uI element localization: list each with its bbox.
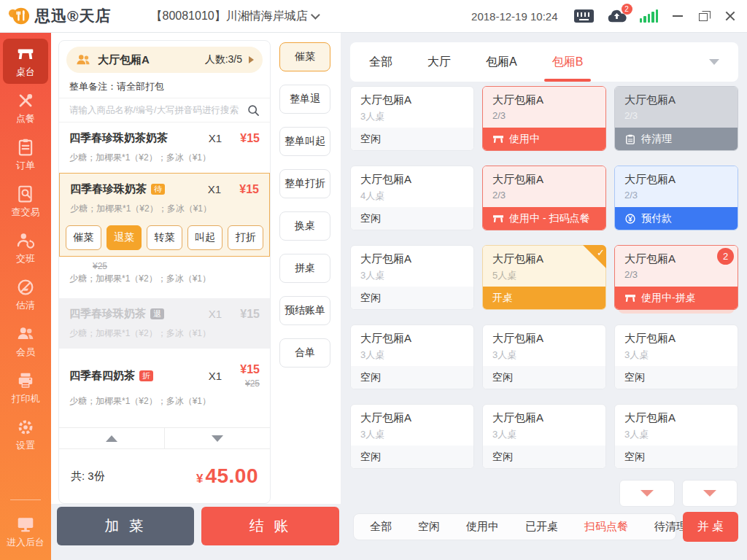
table-card[interactable]: 大厅包厢A 3人桌 空闲 bbox=[350, 86, 474, 151]
sidebar-nav: 桌台 点餐 订单 查交易 交班 估清 会员 打印机 设置 进入后台 bbox=[0, 33, 51, 560]
filter-扫码点餐[interactable]: 扫码点餐 bbox=[584, 520, 628, 534]
sidebar-item-shift[interactable]: 交班 bbox=[3, 225, 48, 271]
table-card[interactable]: 大厅包厢A 3人桌 空闲 bbox=[482, 324, 606, 389]
area-tabs: 全部大厅包厢A包厢B bbox=[350, 42, 738, 82]
item-modifiers: 少糖；加椰果*1（¥2）；多冰（¥1） bbox=[69, 152, 260, 164]
table-card[interactable]: 大厅包厢A 4人桌 空闲 bbox=[350, 166, 474, 230]
order-item[interactable]: 四季春珍珠奶茶 退 X1 ¥15 少糖；加椰果*1（¥2）；多冰（¥1） bbox=[59, 298, 270, 349]
order-action-换桌[interactable]: 换桌 bbox=[279, 211, 330, 241]
table-card[interactable]: 大厅包厢A 2/3 待清理 bbox=[614, 86, 738, 151]
item-action-催菜[interactable]: 催菜 bbox=[66, 225, 101, 250]
tab-大厅[interactable]: 大厅 bbox=[427, 42, 451, 82]
brand-cloud-icon bbox=[7, 5, 31, 27]
sidebar-item-transactions[interactable]: 查交易 bbox=[3, 179, 48, 224]
merge-table-button[interactable]: 并 桌 bbox=[683, 512, 738, 542]
printer-icon bbox=[16, 371, 35, 390]
minimize-button[interactable] bbox=[671, 9, 684, 23]
table-card[interactable]: 大厅包厢A 2/3 预付款 bbox=[614, 166, 738, 230]
tab-包厢A[interactable]: 包厢A bbox=[486, 42, 517, 82]
add-dish-button[interactable]: 加 菜 bbox=[57, 507, 194, 545]
restore-button[interactable] bbox=[697, 9, 711, 23]
table-icon bbox=[16, 44, 35, 63]
page-down-button[interactable] bbox=[165, 428, 270, 448]
search-input[interactable] bbox=[69, 105, 247, 115]
table-card-title: 大厅包厢A bbox=[492, 173, 596, 187]
order-action-整单叫起[interactable]: 整单叫起 bbox=[279, 127, 330, 156]
table-card[interactable]: 大厅包厢A 5人桌 开桌 ✓ bbox=[482, 245, 606, 310]
search-bar bbox=[59, 98, 270, 122]
table-card-status-bar: 使用中 - 扫码点餐 bbox=[483, 207, 605, 230]
item-action-叫起[interactable]: 叫起 bbox=[187, 225, 223, 250]
table-card[interactable]: 大厅包厢A 3人桌 空闲 bbox=[350, 245, 474, 310]
sidebar-item-backend[interactable]: 进入后台 bbox=[3, 509, 48, 554]
filter-已开桌[interactable]: 已开桌 bbox=[525, 520, 558, 534]
sidebar-item-settings[interactable]: 设置 bbox=[3, 412, 48, 457]
table-card[interactable]: 大厅包厢A 2/3 使用中-拼桌 2 bbox=[614, 245, 738, 310]
sidebar-item-members[interactable]: 会员 bbox=[3, 319, 48, 364]
sidebar-item-label: 桌台 bbox=[16, 66, 35, 79]
grid-page-down-right-button[interactable] bbox=[682, 480, 738, 507]
order-action-合单[interactable]: 合单 bbox=[279, 338, 330, 368]
grid-page-down-left-button[interactable] bbox=[619, 480, 675, 507]
filter-空闲[interactable]: 空闲 bbox=[418, 520, 440, 534]
sidebar-item-tables[interactable]: 桌台 bbox=[3, 39, 48, 84]
table-card[interactable]: 大厅包厢A 3人桌 空闲 bbox=[350, 404, 474, 469]
filter-全部[interactable]: 全部 bbox=[370, 520, 392, 534]
table-card-status-bar: 开桌 bbox=[483, 287, 605, 309]
table-card[interactable]: 大厅包厢A 3人桌 空闲 bbox=[482, 404, 606, 469]
order-list-pager bbox=[59, 427, 270, 449]
table-card-status: 空闲 bbox=[360, 212, 381, 225]
table-card-capacity: 4人桌 bbox=[360, 190, 464, 203]
triangle-down-icon bbox=[703, 490, 716, 497]
item-action-退菜[interactable]: 退菜 bbox=[107, 225, 142, 250]
order-item[interactable]: 四季春四奶茶 折 X1 ¥15 ¥25 少糖；加椰果*1（¥2）；多冰（¥1） bbox=[59, 354, 270, 416]
table-card[interactable]: 大厅包厢A 2/3 使用中 bbox=[482, 86, 606, 151]
table-card-title: 大厅包厢A bbox=[360, 93, 464, 107]
filter-使用中[interactable]: 使用中 bbox=[466, 520, 499, 534]
members-icon bbox=[16, 324, 35, 343]
people-icon bbox=[75, 53, 91, 66]
clipboard-icon bbox=[16, 138, 35, 157]
order-action-拼桌[interactable]: 拼桌 bbox=[279, 254, 330, 283]
page-up-button[interactable] bbox=[59, 428, 165, 448]
table-card-capacity: 3人桌 bbox=[360, 349, 464, 362]
cloud-sync[interactable]: 2 bbox=[607, 9, 627, 23]
close-button[interactable] bbox=[724, 9, 737, 23]
sidebar-item-orders[interactable]: 订单 bbox=[3, 132, 48, 177]
table-card-title: 大厅包厢A bbox=[624, 411, 728, 425]
order-item[interactable]: ¥25 少糖；加椰果*1（¥2）；多冰（¥1） bbox=[59, 257, 270, 292]
order-item[interactable]: 四季春珍珠奶茶 待 X1 ¥15 少糖；加椰果*1（¥2）；多冰（¥1） bbox=[59, 173, 270, 224]
tab-包厢B[interactable]: 包厢B bbox=[552, 42, 584, 82]
order-action-整单退[interactable]: 整单退 bbox=[279, 85, 330, 114]
table-card[interactable]: 大厅包厢A 2/3 使用中 - 扫码点餐 bbox=[482, 166, 606, 230]
order-item[interactable]: 四季春珍珠奶茶奶茶 X1 ¥15 少糖；加椰果*1（¥2）；多冰（¥1） bbox=[59, 122, 270, 173]
order-remark[interactable]: 整单备注：请全部打包 bbox=[59, 76, 270, 98]
sidebar-item-soldout[interactable]: 估清 bbox=[3, 272, 48, 317]
table-card-title: 大厅包厢A bbox=[360, 252, 464, 266]
order-action-整单打折[interactable]: 整单打折 bbox=[279, 169, 330, 198]
notification-badge: 2 bbox=[717, 248, 734, 265]
item-action-打折[interactable]: 打折 bbox=[228, 225, 263, 250]
item-name: 四季春珍珠奶茶奶茶 bbox=[69, 131, 168, 145]
datetime: 2018-12-19 10:24 bbox=[471, 10, 557, 23]
search-icon[interactable] bbox=[247, 104, 260, 117]
table-card[interactable]: 大厅包厢A 3人桌 空闲 bbox=[614, 404, 738, 469]
keyboard-icon[interactable] bbox=[574, 9, 594, 23]
sidebar-item-order[interactable]: 点餐 bbox=[3, 85, 48, 131]
table-card-status: 使用中 bbox=[509, 133, 540, 146]
tabs-dropdown-icon[interactable] bbox=[709, 59, 719, 65]
table-card-status-bar: 空闲 bbox=[351, 287, 473, 309]
order-action-催菜[interactable]: 催菜 bbox=[279, 42, 330, 71]
sidebar-item-printer[interactable]: 打印机 bbox=[3, 365, 48, 411]
table-card[interactable]: 大厅包厢A 3人桌 空闲 bbox=[350, 324, 474, 389]
item-action-转菜[interactable]: 转菜 bbox=[147, 225, 182, 250]
table-card[interactable]: 大厅包厢A 3人桌 空闲 bbox=[614, 324, 738, 389]
signal-strength-icon bbox=[640, 9, 659, 23]
checkout-button[interactable]: 结 账 bbox=[201, 507, 339, 545]
store-selector[interactable]: 【80081010】川湘情海岸城店 bbox=[150, 9, 320, 24]
item-qty: X1 bbox=[209, 308, 222, 320]
table-header-pill[interactable]: 大厅包厢A 人数:3/5 bbox=[66, 47, 263, 73]
brand-name: 思迅®天店 bbox=[35, 6, 111, 26]
order-action-预结账单[interactable]: 预结账单 bbox=[279, 296, 330, 325]
tab-全部[interactable]: 全部 bbox=[369, 42, 392, 82]
